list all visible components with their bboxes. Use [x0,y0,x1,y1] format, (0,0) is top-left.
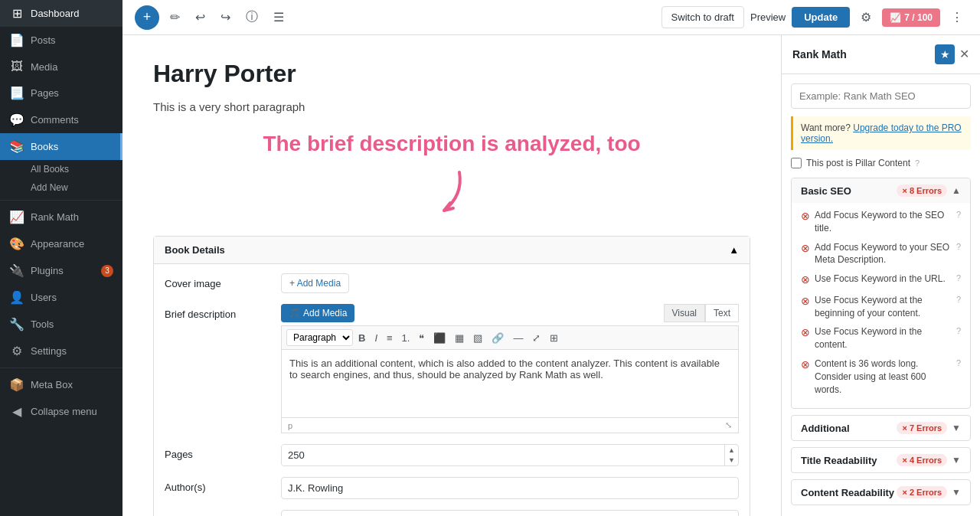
sidebar-item-tools[interactable]: 🔧 Tools [0,311,122,338]
seo-item-1: ⊗ Add Focus Keyword to the SEO title. ? [801,209,961,235]
sidebar-item-label: Comments [31,114,79,126]
preview-button[interactable]: Preview [750,11,786,23]
sidebar-item-label: Rank Math [31,211,79,223]
sidebar-item-all-books[interactable]: All Books [0,160,122,178]
bold-button[interactable]: B [354,330,369,346]
publisher-input[interactable] [281,510,739,516]
sidebar-item-posts[interactable]: 📄 Posts [0,27,122,54]
score-value: 7 / 100 [904,12,933,23]
add-button[interactable]: + [135,5,159,30]
link-button[interactable]: 🔗 [488,330,508,346]
seo-score-badge[interactable]: 📈 7 / 100 [882,8,940,27]
undo-button[interactable]: ↩ [191,7,210,28]
pages-icon: 📃 [9,86,24,100]
align-left-button[interactable]: ⬛ [430,330,449,346]
publisher-row: Publisher [165,510,739,516]
seo-item-4: ⊗ Use Focus Keyword at the beginning of … [801,294,961,320]
editor-toolbar: Paragraph B I ≡ 1. ❝ ⬛ ▦ ▧ 🔗 [281,325,739,349]
redo-button[interactable]: ↪ [216,7,235,28]
error-icon-3: ⊗ [801,273,810,288]
edit-icon-button[interactable]: ✏ [165,7,185,28]
align-center-button[interactable]: ▦ [451,330,468,346]
format-select[interactable]: Paragraph [286,329,353,346]
sidebar-item-settings[interactable]: ⚙ Settings [0,338,122,364]
plugins-badge: 3 [101,265,113,277]
sidebar-item-media[interactable]: 🖼 Media [0,54,122,80]
book-details-header[interactable]: Book Details ▲ [154,237,750,264]
italic-button[interactable]: I [371,330,381,346]
right-panel-body: Want more? Upgrade today to the PRO vers… [782,74,980,516]
update-button[interactable]: Update [792,7,850,28]
switch-draft-button[interactable]: Switch to draft [662,6,744,28]
align-right-button[interactable]: ▧ [469,330,486,346]
error-icon-1: ⊗ [801,209,810,224]
editor-area: Harry Porter This is a very short paragr… [122,35,781,516]
focus-keyword-input[interactable] [791,83,971,109]
sidebar-item-plugins[interactable]: 🔌 Plugins 3 [0,257,122,284]
sidebar-item-label: Collapse menu [31,406,97,417]
sidebar-item-add-new[interactable]: Add New [0,178,122,197]
toolbar: + ✏ ↩ ↪ ⓘ ☰ Switch to draft Preview Upda… [122,0,980,35]
star-button[interactable]: ★ [935,44,955,64]
sidebar-item-appearance[interactable]: 🎨 Appearance [0,230,122,257]
sidebar-item-meta-box[interactable]: 📦 Meta Box [0,371,122,398]
trending-icon: 📈 [890,12,901,23]
sidebar-item-comments[interactable]: 💬 Comments [0,106,122,133]
brief-desc-editor[interactable]: This is an additional content, which is … [281,349,739,418]
sidebar-item-dashboard[interactable]: ⊞ Dashboard [0,0,122,27]
more-options-button[interactable]: ⋮ [946,7,968,28]
add-icon: + [143,9,152,25]
sidebar-item-label: Settings [31,345,67,357]
authors-row: Author(s) [165,477,739,499]
help-icon-3[interactable]: ? [956,273,961,284]
sidebar-item-users[interactable]: 👤 Users [0,284,122,311]
settings-gear-button[interactable]: ⚙ [856,7,876,28]
more-toolbar-button[interactable]: ⊞ [546,330,562,346]
help-icon-4[interactable]: ? [956,294,961,305]
post-title[interactable]: Harry Porter [153,60,750,88]
collapse-icon-box: ▲ [729,244,739,256]
authors-field [281,477,739,499]
blockquote-button[interactable]: ❝ [415,330,428,346]
fullscreen-button[interactable]: ⤢ [528,330,544,346]
seo-item-6: ⊗ Content is 36 words long. Consider usi… [801,358,961,396]
close-button[interactable]: ✕ [959,48,969,60]
sidebar-item-collapse[interactable]: ◀ Collapse menu [0,398,122,425]
ordered-list-button[interactable]: 1. [398,330,414,346]
unordered-list-button[interactable]: ≡ [383,330,397,346]
basic-seo-section: Basic SEO × 8 Errors ▲ ⊗ Add Focus Keywo… [791,178,971,409]
help-icon-6[interactable]: ? [956,358,961,369]
help-icon-2[interactable]: ? [956,241,961,253]
sidebar-item-rank-math[interactable]: 📈 Rank Math [0,204,122,230]
sidebar-item-pages[interactable]: 📃 Pages [0,80,122,106]
pillar-help-icon[interactable]: ? [915,158,920,168]
help-icon-5[interactable]: ? [956,325,961,337]
brief-add-media-button[interactable]: 🎵 Add Media [281,304,354,322]
users-icon: 👤 [9,290,24,305]
info-button[interactable]: ⓘ [241,6,263,28]
sidebar-item-label: Meta Box [31,379,73,390]
resize-handle[interactable]: ⤡ [725,420,732,430]
brief-desc-field: 🎵 Add Media Visual Text Parag [281,304,739,433]
additional-section[interactable]: Additional × 7 Errors ▼ [791,415,971,441]
list-view-button[interactable]: ☰ [269,7,289,28]
content-readability-section[interactable]: Content Readability × 2 Errors ▼ [791,479,971,505]
horizontal-rule-button[interactable]: — [509,330,527,346]
annotation-arrow [153,168,750,230]
pages-up-arrow[interactable]: ▲ [725,445,738,456]
visual-tab[interactable]: Visual [664,304,705,322]
text-tab[interactable]: Text [705,304,739,322]
basic-seo-header[interactable]: Basic SEO × 8 Errors ▲ [792,178,970,203]
authors-input[interactable] [281,477,739,499]
seo-item-2: ⊗ Add Focus Keyword to your SEO Meta Des… [801,241,961,267]
pillar-checkbox[interactable] [791,158,802,168]
statusbar-tag: p [288,421,292,430]
right-panel-header: Rank Math ★ ✕ [782,35,980,74]
add-media-button[interactable]: + Add Media [281,273,349,293]
pages-input[interactable] [282,445,724,465]
sidebar-item-books[interactable]: 📚 Books [0,133,122,160]
right-panel-actions: ★ ✕ [935,44,969,64]
pages-down-arrow[interactable]: ▼ [725,456,738,466]
title-readability-section[interactable]: Title Readability × 4 Errors ▼ [791,447,971,473]
help-icon-1[interactable]: ? [956,209,961,220]
